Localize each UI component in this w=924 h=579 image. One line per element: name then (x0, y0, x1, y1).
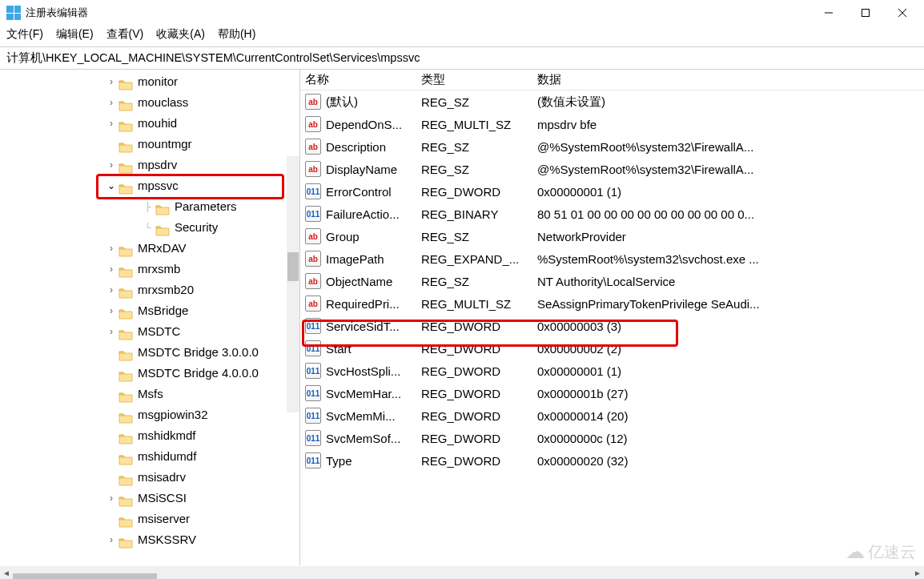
value-row[interactable]: 011StartREG_DWORD0x00000002 (2) (300, 337, 924, 360)
menu-file[interactable]: 文件(F) (6, 27, 43, 42)
chevron-right-icon[interactable]: › (106, 155, 117, 175)
string-value-icon: ab (305, 161, 321, 177)
tree-vertical-scrollbar[interactable] (287, 156, 299, 412)
tree-item-monitor[interactable]: ›monitor (2, 71, 299, 92)
maximize-button[interactable] (847, 1, 884, 25)
chevron-right-icon[interactable]: › (106, 488, 117, 509)
chevron-right-icon[interactable]: › (106, 529, 117, 550)
binary-value-icon: 011 (305, 183, 321, 199)
value-name: SvcHostSpli... (326, 364, 421, 378)
folder-icon (119, 388, 133, 400)
menu-favorites[interactable]: 收藏夹(A) (156, 27, 205, 42)
menu-edit[interactable]: 编辑(E) (56, 27, 94, 42)
tree-item-label: msiserver (138, 509, 190, 529)
tree-item-mskssrv[interactable]: ›MSKSSRV (2, 529, 299, 550)
value-row[interactable]: abImagePathREG_EXPAND_...%SystemRoot%\sy… (300, 247, 924, 270)
tree-item-mpsdrv[interactable]: ›mpsdrv (2, 155, 299, 175)
value-row[interactable]: abDependOnS...REG_MULTI_SZmpsdrv bfe (300, 113, 924, 135)
value-type: REG_DWORD (421, 387, 537, 400)
tree-item-msgpiowin32[interactable]: msgpiowin32 (2, 404, 299, 425)
tree-item-mrxsmb20[interactable]: ›mrxsmb20 (2, 279, 299, 300)
col-header-type[interactable]: 类型 (421, 72, 537, 87)
value-row[interactable]: abObjectNameREG_SZNT Authority\LocalServ… (300, 270, 924, 292)
tree-item-mshidumdf[interactable]: mshidumdf (2, 446, 299, 467)
binary-value-icon: 011 (305, 452, 321, 468)
string-value-icon: ab (305, 251, 321, 267)
folder-icon (119, 305, 133, 317)
tree-item-msiscsi[interactable]: ›MSiSCSI (2, 488, 299, 509)
value-data: mpsdrv bfe (537, 118, 924, 131)
value-name: RequiredPri... (326, 297, 421, 311)
tree-item-msdtc-bridge-4-0-0-0[interactable]: MSDTC Bridge 4.0.0.0 (2, 363, 299, 384)
tree-item-label: mrxsmb20 (138, 279, 194, 300)
tree-item-mrxdav[interactable]: ›MRxDAV (2, 238, 299, 259)
col-header-data[interactable]: 数据 (537, 72, 924, 87)
chevron-right-icon[interactable]: › (106, 92, 117, 113)
value-row[interactable]: abRequiredPri...REG_MULTI_SZSeAssignPrim… (300, 292, 924, 315)
col-header-name[interactable]: 名称 (305, 72, 421, 87)
tree-item-msfs[interactable]: Msfs (2, 384, 299, 404)
value-data: 0x00000003 (3) (537, 320, 924, 333)
folder-icon (119, 263, 133, 275)
tree-guide: ├ (143, 196, 154, 217)
string-value-icon: ab (305, 116, 321, 132)
tree-item-mouhid[interactable]: ›mouhid (2, 113, 299, 134)
tree-item-mshidkmdf[interactable]: mshidkmdf (2, 425, 299, 446)
app-icon (6, 6, 21, 20)
tree-item-mpssvc[interactable]: ⌄mpssvc (2, 175, 299, 196)
values-list[interactable]: ab(默认)REG_SZ(数值未设置)abDependOnS...REG_MUL… (300, 90, 924, 472)
value-row[interactable]: abDescriptionREG_SZ@%SystemRoot%\system3… (300, 135, 924, 158)
tree-item-msdtc-bridge-3-0-0-0[interactable]: MSDTC Bridge 3.0.0.0 (2, 342, 299, 363)
value-name: DependOnS... (326, 118, 421, 131)
tree-item-label: mrxsmb (138, 259, 180, 279)
value-type: REG_DWORD (421, 432, 537, 445)
tree-item-msiserver[interactable]: msiserver (2, 509, 299, 529)
folder-icon (119, 451, 133, 463)
value-row[interactable]: 011ErrorControlREG_DWORD0x00000001 (1) (300, 180, 924, 203)
value-row[interactable]: 011SvcMemSof...REG_DWORD0x0000000c (12) (300, 427, 924, 449)
minimize-button[interactable] (810, 1, 847, 25)
value-row[interactable]: abGroupREG_SZNetworkProvider (300, 225, 924, 247)
scrollbar-thumb[interactable] (287, 252, 299, 281)
chevron-right-icon[interactable]: › (106, 259, 117, 279)
value-row[interactable]: 011ServiceSidT...REG_DWORD0x00000003 (3) (300, 315, 924, 337)
menu-view[interactable]: 查看(V) (106, 27, 144, 42)
close-button[interactable] (884, 1, 921, 25)
tree-item-mountmgr[interactable]: mountmgr (2, 134, 299, 155)
tree-item-parameters[interactable]: ├Parameters (2, 196, 299, 217)
scroll-right-icon[interactable]: ► (911, 566, 924, 579)
tree-item-security[interactable]: └Security (2, 217, 299, 238)
value-row[interactable]: 011SvcMemMi...REG_DWORD0x00000014 (20) (300, 404, 924, 427)
value-name: SvcMemHar... (326, 387, 421, 400)
scroll-left-icon[interactable]: ◄ (0, 566, 13, 579)
tree-item-msdtc[interactable]: ›MSDTC (2, 321, 299, 342)
scrollbar-thumb[interactable] (13, 573, 157, 579)
chevron-down-icon[interactable]: ⌄ (106, 175, 117, 196)
chevron-right-icon[interactable]: › (106, 113, 117, 134)
tree-item-mouclass[interactable]: ›mouclass (2, 92, 299, 113)
chevron-right-icon[interactable]: › (106, 238, 117, 259)
value-name: ErrorControl (326, 185, 421, 199)
chevron-right-icon[interactable]: › (106, 300, 117, 321)
value-row[interactable]: 011TypeREG_DWORD0x00000020 (32) (300, 449, 924, 472)
value-row[interactable]: abDisplayNameREG_SZ@%SystemRoot%\system3… (300, 158, 924, 180)
chevron-right-icon[interactable]: › (106, 279, 117, 300)
horizontal-scrollbar[interactable]: ◄ ► (0, 566, 924, 579)
folder-icon (119, 513, 133, 525)
value-row[interactable]: ab(默认)REG_SZ(数值未设置) (300, 90, 924, 113)
tree-item-msbridge[interactable]: ›MsBridge (2, 300, 299, 321)
tree-item-msisadrv[interactable]: msisadrv (2, 467, 299, 488)
chevron-right-icon[interactable]: › (106, 321, 117, 342)
binary-value-icon: 011 (305, 363, 321, 379)
tree-item-mrxsmb[interactable]: ›mrxsmb (2, 259, 299, 279)
value-row[interactable]: 011SvcHostSpli...REG_DWORD0x00000001 (1) (300, 360, 924, 382)
menu-help[interactable]: 帮助(H) (218, 27, 255, 42)
string-value-icon: ab (305, 273, 321, 289)
value-row[interactable]: 011FailureActio...REG_BINARY80 51 01 00 … (300, 203, 924, 225)
tree-item-label: mpssvc (138, 175, 179, 196)
registry-tree[interactable]: ›monitor›mouclass›mouhidmountmgr›mpsdrv⌄… (0, 70, 299, 552)
chevron-right-icon[interactable]: › (106, 71, 117, 92)
address-bar[interactable]: 计算机\HKEY_LOCAL_MACHINE\SYSTEM\CurrentCon… (0, 46, 924, 70)
value-data: SeAssignPrimaryTokenPrivilege SeAudi... (537, 297, 924, 311)
value-row[interactable]: 011SvcMemHar...REG_DWORD0x0000001b (27) (300, 382, 924, 404)
